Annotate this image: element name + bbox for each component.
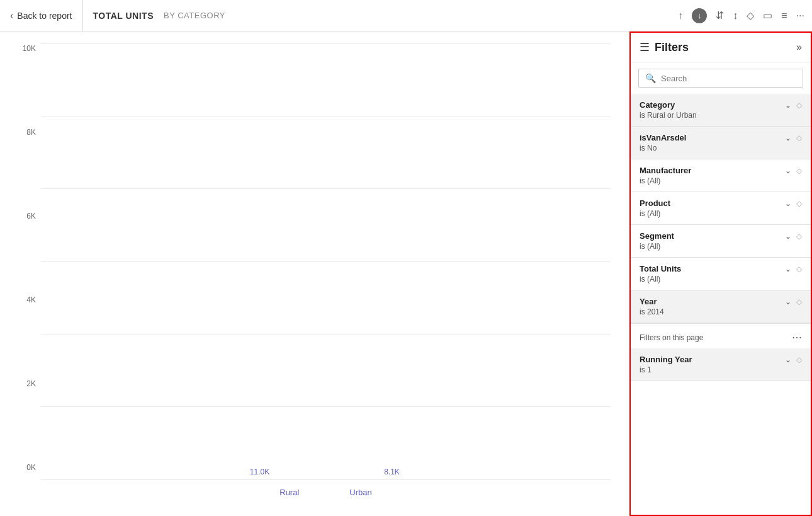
filter-chevron-runningyear[interactable]: ⌄: [785, 355, 791, 364]
toolbar-icons: ↑ ↓ ⇵ ↕ ◇ ▭ ≡ ···: [678, 8, 804, 23]
filter-name-manufacturer: Manufacturer: [640, 166, 691, 175]
filters-page-header: Filters on this page ⋯: [631, 323, 811, 348]
filter-actions-category: ⌄ ◇: [785, 101, 802, 110]
sort-desc-icon[interactable]: ↓: [692, 8, 707, 23]
filter-item-product: Product ⌄ ◇ is (All): [631, 192, 811, 225]
filter-name-totalunits: Total Units: [640, 264, 681, 273]
y-label-6k: 6K: [26, 212, 36, 221]
filter-chevron-totalunits[interactable]: ⌄: [785, 265, 791, 273]
filter-clear-runningyear[interactable]: ◇: [796, 355, 802, 364]
gridlines-and-bars: 11.0K 8.1K: [41, 44, 611, 480]
filter-actions-manufacturer: ⌄ ◇: [785, 166, 802, 175]
filters-panel: ☰ Filters » 🔍 Category ⌄ ◇ is Rural or U…: [629, 32, 812, 516]
filter-name-segment: Segment: [640, 231, 674, 241]
filter-clear-year[interactable]: ◇: [796, 297, 802, 306]
toolbar-left: ‹ Back to report TOTAL UNITS BY CATEGORY: [0, 0, 225, 32]
search-icon: 🔍: [645, 73, 656, 83]
filter-item-header-year: Year ⌄ ◇: [640, 297, 802, 306]
bar-group-urban: 8.1K: [351, 467, 433, 480]
filter-item-header-isvanarsdel: isVanArsdel ⌄ ◇: [640, 133, 802, 142]
filter-actions-totalunits: ⌄ ◇: [785, 265, 802, 273]
filter-item-totalunits: Total Units ⌄ ◇ is (All): [631, 258, 811, 290]
filter-value-runningyear: is 1: [640, 365, 802, 374]
bars-wrapper: 11.0K 8.1K Rural Urban: [41, 44, 611, 497]
y-label-0: 0K: [26, 463, 36, 472]
filter-item-category: Category ⌄ ◇ is Rural or Urban: [631, 94, 811, 127]
filter-actions-isvanarsdel: ⌄ ◇: [785, 134, 802, 142]
sort-asc-icon[interactable]: ↑: [678, 10, 683, 21]
filter-item-year: Year ⌄ ◇ is 2014: [631, 290, 811, 323]
filter-item-header-product: Product ⌄ ◇: [640, 198, 802, 208]
filter-actions-year: ⌄ ◇: [785, 297, 802, 306]
filter-value-totalunits: is (All): [640, 275, 802, 284]
filter-item-manufacturer: Manufacturer ⌄ ◇ is (All): [631, 159, 811, 192]
filters-page-more-button[interactable]: ⋯: [792, 331, 802, 343]
filter-value-product: is (All): [640, 209, 802, 218]
filter-name-product: Product: [640, 198, 670, 208]
chart-container: 0K 2K 4K 6K 8K 10K: [19, 44, 611, 497]
x-label-urban: Urban: [349, 488, 371, 497]
filter-value-segment: is (All): [640, 242, 802, 251]
breadcrumb-subtitle: BY CATEGORY: [164, 11, 225, 20]
filter-item-header-totalunits: Total Units ⌄ ◇: [640, 264, 802, 273]
search-box[interactable]: 🔍: [638, 69, 803, 88]
search-input[interactable]: [661, 74, 796, 83]
filter-clear-manufacturer[interactable]: ◇: [796, 166, 802, 175]
bars-row: 11.0K 8.1K: [41, 44, 611, 480]
filter-chevron-manufacturer[interactable]: ⌄: [785, 166, 791, 175]
menu-icon[interactable]: ≡: [781, 10, 787, 21]
back-label: Back to report: [17, 11, 72, 21]
filter-name-isvanarsdel: isVanArsdel: [640, 133, 686, 142]
filters-page-label: Filters on this page: [640, 333, 703, 342]
y-label-2k: 2K: [26, 379, 36, 388]
toolbar: ‹ Back to report TOTAL UNITS BY CATEGORY…: [0, 0, 812, 32]
filter-value-isvanarsdel: is No: [640, 144, 802, 152]
y-label-10k: 10K: [23, 44, 36, 53]
y-label-8k: 8K: [26, 128, 36, 137]
chart-area: 0K 2K 4K 6K 8K 10K: [0, 32, 629, 516]
filter-actions-runningyear: ⌄ ◇: [785, 355, 802, 364]
filter-chevron-isvanarsdel[interactable]: ⌄: [785, 134, 791, 142]
filter-actions-segment: ⌄ ◇: [785, 232, 802, 241]
bar-group-rural: 11.0K: [219, 467, 301, 480]
filter-name-category: Category: [640, 100, 675, 110]
filter-item-header-category: Category ⌄ ◇: [640, 100, 802, 110]
filter-item-header-segment: Segment ⌄ ◇: [640, 231, 802, 241]
filter-item-header-runningyear: Running Year ⌄ ◇: [640, 355, 802, 364]
filters-collapse-button[interactable]: »: [796, 42, 802, 53]
y-label-4k: 4K: [26, 295, 36, 304]
breadcrumb-title: TOTAL UNITS: [82, 11, 164, 21]
x-axis-labels: Rural Urban: [41, 484, 611, 497]
filter-chevron-segment[interactable]: ⌄: [785, 232, 791, 241]
filter-clear-category[interactable]: ◇: [796, 101, 802, 110]
filter-chevron-category[interactable]: ⌄: [785, 101, 791, 110]
filter-clear-totalunits[interactable]: ◇: [796, 265, 802, 273]
filter-value-category: is Rural or Urban: [640, 111, 802, 120]
bar-value-urban: 8.1K: [384, 467, 400, 476]
sort-both-icon[interactable]: ⇵: [716, 9, 724, 21]
back-button[interactable]: ‹ Back to report: [0, 0, 82, 32]
filters-title-row: ☰ Filters: [640, 40, 689, 54]
filter-chevron-year[interactable]: ⌄: [785, 297, 791, 306]
filter-clear-segment[interactable]: ◇: [796, 232, 802, 241]
filter-item-isvanarsdel: isVanArsdel ⌄ ◇ is No: [631, 127, 811, 159]
y-axis: 0K 2K 4K 6K 8K 10K: [19, 44, 41, 472]
filter-actions-product: ⌄ ◇: [785, 199, 802, 208]
filter-name-year: Year: [640, 297, 657, 306]
more-icon[interactable]: ···: [796, 10, 804, 21]
filter-chevron-product[interactable]: ⌄: [785, 199, 791, 208]
expand-icon[interactable]: ↕: [733, 10, 738, 21]
filter-value-year: is 2014: [640, 307, 802, 316]
filters-header: ☰ Filters »: [631, 33, 811, 62]
filter-item-segment: Segment ⌄ ◇ is (All): [631, 225, 811, 258]
main-container: 0K 2K 4K 6K 8K 10K: [0, 32, 812, 516]
chevron-left-icon: ‹: [10, 10, 13, 21]
bookmark-icon[interactable]: ◇: [747, 9, 754, 21]
filter-icon: ☰: [640, 40, 650, 54]
x-label-rural: Rural: [279, 488, 299, 497]
filter-item-runningyear: Running Year ⌄ ◇ is 1: [631, 348, 811, 381]
filter-name-runningyear: Running Year: [640, 355, 692, 364]
copy-icon[interactable]: ▭: [763, 9, 772, 21]
filter-clear-isvanarsdel[interactable]: ◇: [796, 134, 802, 142]
filter-clear-product[interactable]: ◇: [796, 199, 802, 208]
